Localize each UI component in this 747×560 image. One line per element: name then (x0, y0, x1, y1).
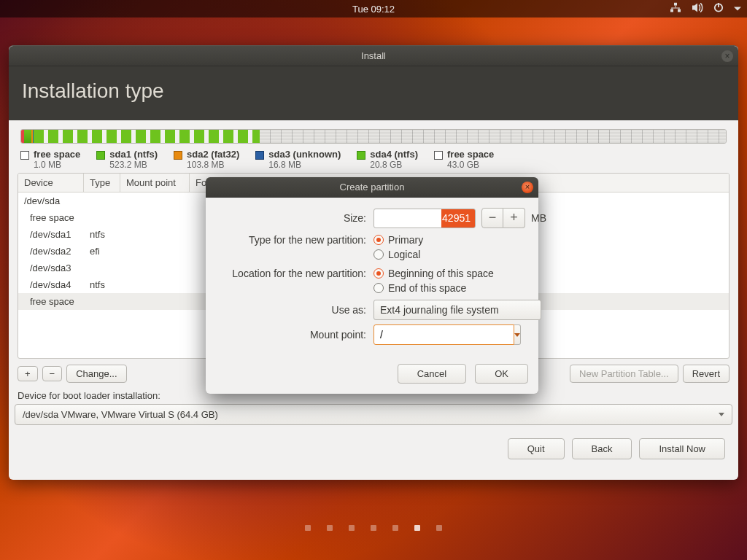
svg-rect-5 (672, 8, 673, 9)
disk-usage-bar (20, 129, 727, 144)
new-partition-table-button[interactable]: New Partition Table... (570, 365, 678, 383)
size-increment-button[interactable]: + (503, 208, 525, 228)
cancel-button[interactable]: Cancel (398, 364, 466, 384)
create-partition-dialog: Create partition × Size: − + MB Type for… (206, 177, 538, 394)
footer-buttons: Quit Back Install Now (15, 425, 732, 459)
add-button[interactable]: + (18, 366, 38, 381)
power-icon[interactable] (713, 3, 724, 15)
type-label: Type for the new partition: (216, 233, 366, 246)
window-title: Install (361, 50, 386, 61)
back-button[interactable]: Back (572, 438, 632, 459)
radio-beginning[interactable]: Beginning of this space (374, 266, 528, 281)
useas-label: Use as: (216, 304, 366, 316)
quit-button[interactable]: Quit (508, 438, 565, 459)
mount-point-dropdown[interactable] (514, 324, 521, 345)
dialog-title: Create partition (340, 182, 405, 192)
system-tray (670, 3, 741, 15)
svg-rect-2 (678, 9, 681, 12)
network-icon[interactable] (670, 3, 681, 15)
revert-button[interactable]: Revert (683, 365, 729, 383)
clock: Tue 09:12 (352, 4, 395, 15)
volume-icon[interactable] (692, 3, 703, 15)
svg-rect-3 (676, 6, 676, 8)
mount-point-input[interactable] (374, 324, 514, 345)
window-titlebar: Install × (9, 46, 738, 66)
size-decrement-button[interactable]: − (481, 208, 503, 228)
window-header: Installation type (9, 66, 738, 120)
install-now-button[interactable]: Install Now (639, 438, 725, 459)
close-icon[interactable]: × (721, 50, 733, 62)
mount-point-combo[interactable] (374, 324, 512, 345)
size-unit: MB (531, 212, 546, 224)
dialog-close-icon[interactable]: × (522, 182, 533, 193)
svg-rect-1 (670, 9, 673, 12)
ok-button[interactable]: OK (475, 364, 528, 384)
radio-logical[interactable]: Logical (374, 247, 528, 262)
change-button[interactable]: Change... (66, 365, 126, 383)
location-label: Location for the new partition: (216, 266, 366, 279)
useas-select[interactable]: Ext4 journaling file system (374, 300, 541, 320)
radio-primary[interactable]: Primary (374, 233, 528, 247)
svg-rect-6 (679, 8, 680, 9)
legend: free space1.0 MB sda1 (ntfs)523.2 MB sda… (15, 144, 732, 173)
bootloader-select[interactable]: /dev/sda VMware, VMware Virtual S (64.4 … (15, 404, 732, 425)
size-input[interactable] (374, 209, 476, 228)
dialog-titlebar: Create partition × (206, 177, 538, 198)
svg-rect-8 (718, 3, 719, 7)
page-title: Installation type (22, 79, 725, 103)
radio-end[interactable]: End of this space (374, 281, 528, 295)
remove-button[interactable]: − (42, 366, 63, 381)
menu-caret-icon[interactable] (734, 4, 741, 15)
svg-rect-0 (674, 3, 677, 6)
mount-label: Mount point: (216, 329, 366, 341)
chevron-down-icon (719, 413, 724, 416)
workspace-indicator (0, 525, 747, 531)
svg-rect-4 (672, 8, 680, 9)
top-bar: Tue 09:12 (0, 0, 747, 18)
size-label: Size: (216, 212, 366, 224)
